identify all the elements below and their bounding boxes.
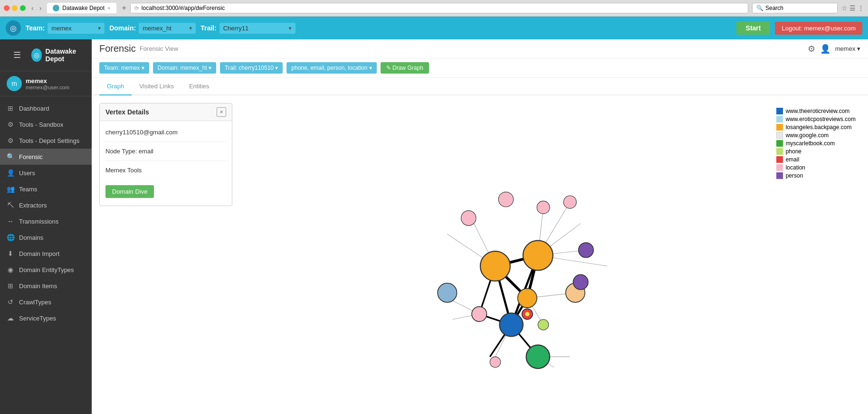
- domain-select[interactable]: memex_ht: [139, 23, 196, 34]
- browser-search-bar[interactable]: 🔍 Search: [752, 3, 838, 13]
- sidebar-item-transmissions[interactable]: ↔ Transmissions: [0, 213, 92, 229]
- sidebar-item-tools-depot-settings[interactable]: ⚙ Tools - Depot Settings: [0, 132, 92, 149]
- close-dot[interactable]: [4, 5, 10, 11]
- start-button[interactable]: Start: [736, 21, 771, 35]
- legend-item: myscarletbook.com: [776, 140, 856, 147]
- sidebar-hamburger[interactable]: ☰: [7, 45, 28, 65]
- new-tab-button[interactable]: +: [122, 4, 126, 12]
- legend-item: person: [776, 172, 856, 179]
- tab-visited-links[interactable]: Visited Links: [132, 78, 181, 95]
- tab-entities[interactable]: Entities: [181, 78, 217, 95]
- sidebar-item-dashboard[interactable]: ⊞ Dashboard: [0, 100, 92, 116]
- sidebar-item-teams[interactable]: 👥 Teams: [0, 181, 92, 197]
- sidebar-item-label: ServiceTypes: [19, 315, 56, 322]
- topbar-user-label[interactable]: memex ▾: [835, 45, 860, 52]
- vertex-details-panel: Vertex Details × cherry110510@gmail.com …: [99, 103, 232, 206]
- sidebar-item-tools-sandbox[interactable]: ⚙ Tools - Sandbox: [0, 116, 92, 132]
- vertex-tools-label: Memex Tools: [105, 167, 226, 179]
- filter-bar: Team: memex ▾ Domain: memex_ht ▾ Trail: …: [92, 58, 868, 78]
- vertex-panel-body: cherry110510@gmail.com Node Type: email …: [100, 121, 232, 206]
- forensic-icon: 🔍: [7, 153, 14, 160]
- sidebar-item-domain-import[interactable]: ⬇ Domain Import: [0, 245, 92, 262]
- legend-label: location: [786, 164, 805, 171]
- legend-label: email: [786, 156, 800, 163]
- svg-point-36: [461, 211, 476, 226]
- forward-button[interactable]: ›: [38, 3, 44, 13]
- sidebar-item-label: Domains: [19, 234, 43, 241]
- sidebar-item-label: Domain Items: [19, 282, 57, 290]
- svg-point-40: [438, 283, 457, 302]
- sidebar-item-forensic[interactable]: 🔍 Forensic: [0, 149, 92, 165]
- back-button[interactable]: ‹: [29, 3, 36, 13]
- service-types-icon: ☁: [7, 314, 14, 322]
- user-icon: 👤: [820, 44, 830, 54]
- maximize-dot[interactable]: [20, 5, 26, 11]
- sidebar-item-domains[interactable]: 🌐 Domains: [0, 229, 92, 245]
- vertex-panel-header: Vertex Details ×: [100, 104, 232, 121]
- sidebar-item-label: Forensic: [19, 153, 43, 160]
- legend-label: myscarletbook.com: [786, 140, 835, 147]
- sidebar-nav: ⊞ Dashboard ⚙ Tools - Sandbox ⚙ Tools - …: [0, 96, 92, 330]
- vertex-panel-close-button[interactable]: ×: [217, 107, 226, 117]
- sidebar-user-info: memex memex@user.com: [26, 77, 69, 90]
- team-select[interactable]: memex: [48, 23, 105, 34]
- sidebar-item-domain-items[interactable]: ⊞ Domain Items: [0, 278, 92, 294]
- domain-dive-button[interactable]: Domain Dive: [105, 185, 154, 198]
- tab-title: Datawake Depot: [62, 5, 105, 11]
- svg-point-28: [472, 307, 486, 321]
- trail-select[interactable]: Cherry11: [219, 23, 296, 34]
- dashboard-icon: ⊞: [7, 104, 14, 112]
- bookmark-icon[interactable]: ☆: [841, 4, 848, 12]
- sidebar-user: m memex memex@user.com: [0, 71, 92, 96]
- sidebar-item-domain-entity-types[interactable]: ◉ Domain EntityTypes: [0, 262, 92, 278]
- sidebar-item-users[interactable]: 👤 Users: [0, 165, 92, 181]
- reader-icon[interactable]: ☰: [849, 4, 856, 12]
- menu-icon[interactable]: ⋮: [858, 4, 864, 12]
- sidebar-item-extractors[interactable]: ⛏ Extractors: [0, 197, 92, 213]
- vertex-node-type: Node Type: email: [105, 148, 226, 161]
- team-label: Team:: [26, 24, 45, 32]
- domain-items-icon: ⊞: [7, 282, 14, 290]
- main-topbar-left: Forensic Forensic View: [99, 43, 178, 54]
- legend-color-icon: [776, 132, 783, 139]
- sidebar-item-label: Transmissions: [19, 218, 58, 225]
- vertex-panel-title: Vertex Details: [105, 108, 149, 116]
- domain-group: Domain: memex_ht: [109, 23, 196, 34]
- minimize-dot[interactable]: [12, 5, 18, 11]
- address-bar[interactable]: ⟳ localhost:3000/#/app/dwForensic: [130, 3, 748, 13]
- tab-graph[interactable]: Graph: [99, 78, 132, 95]
- domain-label: Domain:: [109, 24, 136, 32]
- legend-label: person: [786, 172, 803, 179]
- sidebar-item-service-types[interactable]: ☁ ServiceTypes: [0, 310, 92, 326]
- types-filter-button[interactable]: phone, email, person, location ▾: [286, 62, 376, 74]
- sidebar-item-label: Teams: [19, 186, 37, 193]
- legend-item: www.eroticpostreviews.com: [776, 116, 856, 122]
- legend-color-icon: [776, 148, 783, 155]
- trail-group: Trail: Cherry11: [200, 23, 295, 34]
- draw-graph-button[interactable]: ✎ Draw Graph: [381, 62, 429, 74]
- settings-icon[interactable]: ⚙: [808, 44, 815, 54]
- browser-tab[interactable]: Datawake Depot ×: [47, 3, 116, 13]
- sidebar-item-label: CrawlTypes: [19, 299, 51, 306]
- team-group: Team: memex: [26, 23, 105, 34]
- legend-color-icon: [776, 124, 783, 131]
- svg-point-37: [498, 192, 513, 207]
- main-content: Forensic Forensic View ⚙ 👤 memex ▾ Team:…: [92, 39, 868, 414]
- extractors-icon: ⛏: [7, 201, 14, 209]
- vertex-email: cherry110510@gmail.com: [105, 129, 226, 142]
- legend-color-icon: [776, 164, 783, 171]
- tab-close-icon[interactable]: ×: [107, 5, 110, 11]
- trail-filter-button[interactable]: Trail: cherry110510 ▾: [220, 62, 283, 74]
- app-header: ◎ Team: memex Domain: memex_ht Trail: Ch…: [0, 17, 868, 39]
- team-filter-button[interactable]: Team: memex ▾: [99, 62, 149, 74]
- sidebar-item-crawl-types[interactable]: ↺ CrawlTypes: [0, 294, 92, 310]
- browser-nav: ‹ ›: [29, 3, 43, 13]
- avatar: m: [7, 76, 22, 91]
- svg-point-39: [563, 196, 576, 208]
- legend-label: www.google.com: [786, 132, 829, 139]
- domain-filter-button[interactable]: Domain: memex_ht ▾: [153, 62, 216, 74]
- svg-point-34: [579, 243, 593, 257]
- svg-point-32: [538, 320, 548, 330]
- logout-button[interactable]: Logout: memex@user.com: [775, 22, 862, 35]
- legend-item: location: [776, 164, 856, 171]
